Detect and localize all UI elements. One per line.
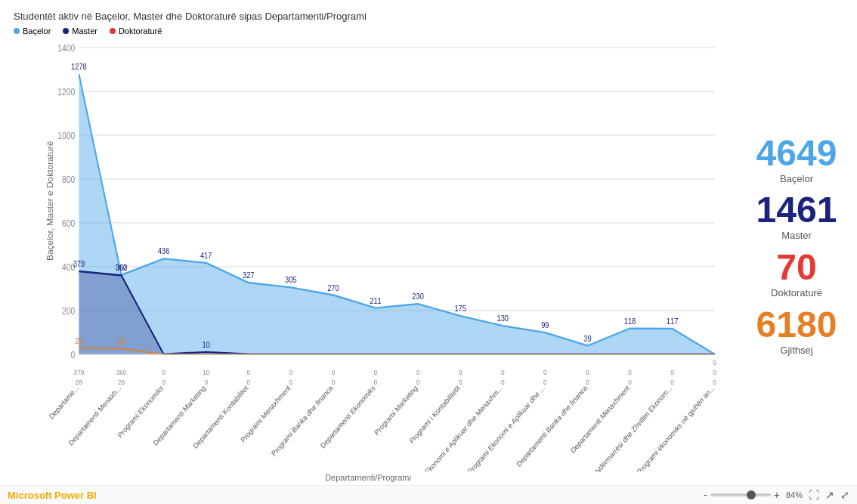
svg-text:99: 99 — [541, 321, 549, 330]
svg-text:0: 0 — [586, 379, 589, 387]
chart-area: Studentët aktiv në Baçelor, Master dhe D… — [0, 0, 857, 485]
svg-text:Ndërmarrësi dhe Zhvillim Ekono: Ndërmarrësi dhe Zhvillim Ekonom... — [593, 383, 673, 472]
legend-doktorature: Doktoraturë — [110, 26, 162, 36]
legend-bachelor: Baçelor — [14, 26, 51, 36]
svg-text:0: 0 — [543, 369, 547, 377]
svg-text:28: 28 — [76, 379, 82, 387]
svg-text:436: 436 — [158, 247, 170, 256]
svg-text:0: 0 — [628, 369, 632, 377]
chart-title: Studentët aktiv në Baçelor, Master dhe D… — [6, 6, 730, 25]
gjithsej-stat-label: Gjithsej — [756, 345, 837, 357]
svg-text:26: 26 — [118, 379, 125, 387]
stat-gjithsej: 6180 Gjithsej — [756, 307, 837, 357]
svg-text:0: 0 — [332, 379, 336, 387]
svg-text:Programi Ekonomiks: Programi Ekonomiks — [116, 383, 166, 440]
svg-text:1200: 1200 — [57, 87, 75, 97]
zoom-slider[interactable] — [710, 493, 771, 496]
doktorature-stat-label: Doktoraturë — [771, 287, 822, 299]
svg-text:211: 211 — [370, 296, 382, 305]
svg-text:800: 800 — [62, 175, 75, 184]
doktorature-label: Doktoraturë — [119, 26, 162, 36]
zoom-minus-btn[interactable]: - — [704, 489, 707, 501]
svg-text:175: 175 — [454, 304, 466, 313]
share-icon[interactable]: ↗ — [825, 489, 834, 501]
svg-text:200: 200 — [62, 306, 75, 316]
bachelor-dot — [14, 28, 20, 34]
stat-bachelor: 4649 Baçelor — [756, 135, 837, 185]
svg-text:0: 0 — [374, 379, 378, 387]
zoom-level: 84% — [786, 490, 803, 499]
svg-text:1400: 1400 — [57, 43, 75, 53]
svg-text:Ekonomi e Aplikuar dhe Menaxhm: Ekonomi e Aplikuar dhe Menaxhm... — [423, 383, 503, 472]
svg-text:0: 0 — [416, 369, 420, 377]
svg-text:10: 10 — [203, 340, 211, 349]
svg-text:1000: 1000 — [57, 131, 75, 141]
expand-icon[interactable]: ⤢ — [840, 489, 849, 501]
chart-section: Studentët aktiv në Baçelor, Master dhe D… — [0, 6, 736, 485]
svg-text:0: 0 — [374, 369, 378, 377]
svg-text:305: 305 — [285, 276, 297, 285]
powerbi-link[interactable]: Microsoft Power BI — [8, 490, 97, 501]
svg-text:Departame...: Departame... — [48, 383, 80, 421]
svg-text:Programi ekonomiks në gjuhën a: Programi ekonomiks në gjuhën an... — [636, 383, 716, 472]
svg-text:0: 0 — [459, 379, 463, 387]
legend: Baçelor Master Doktoraturë — [6, 25, 730, 39]
master-label: Master — [72, 26, 97, 36]
bachelor-stat-label: Baçelor — [756, 173, 837, 185]
svg-text:0: 0 — [289, 369, 293, 377]
stat-master: 1461 Master — [756, 192, 837, 242]
gjithsej-value: 6180 — [756, 307, 837, 343]
doktorature-value: 70 — [771, 249, 822, 286]
svg-text:0: 0 — [670, 369, 674, 377]
svg-text:130: 130 — [497, 314, 509, 323]
master-stat-label: Master — [756, 230, 837, 242]
fullscreen-icon[interactable]: ⛶ — [809, 489, 819, 501]
svg-text:360: 360 — [116, 369, 127, 377]
bachelor-value: 4649 — [756, 135, 837, 172]
svg-text:118: 118 — [624, 317, 636, 326]
svg-text:0: 0 — [713, 369, 716, 377]
svg-text:230: 230 — [412, 292, 424, 301]
zoom-controls: - + — [704, 489, 780, 501]
svg-text:39: 39 — [583, 334, 592, 343]
bottom-right-controls: - + 84% ⛶ ↗ ⤢ — [704, 489, 849, 501]
zoom-slider-thumb — [747, 490, 756, 499]
svg-text:0: 0 — [246, 369, 250, 377]
svg-text:379: 379 — [74, 369, 85, 377]
svg-text:0: 0 — [162, 369, 166, 377]
x-axis-title: Departamenti/Programi — [6, 472, 730, 485]
svg-text:0: 0 — [543, 379, 547, 387]
stats-section: 4649 Baçelor 1461 Master 70 Doktoraturë … — [736, 6, 857, 485]
svg-text:360: 360 — [116, 264, 128, 273]
svg-text:0: 0 — [670, 379, 674, 387]
svg-text:0: 0 — [416, 379, 420, 387]
svg-text:600: 600 — [62, 218, 75, 228]
svg-text:0: 0 — [459, 369, 463, 377]
svg-text:0: 0 — [71, 350, 76, 360]
stat-doktorature: 70 Doktoraturë — [771, 249, 822, 299]
svg-text:Programi Ekonomi e Aplikuar dh: Programi Ekonomi e Aplikuar dhe ... — [466, 383, 546, 472]
svg-text:0: 0 — [713, 379, 716, 387]
chart-wrapper: 0200400600800100012001400Baçelor, Master… — [6, 39, 730, 472]
svg-text:0: 0 — [628, 379, 632, 387]
master-dot — [63, 28, 69, 34]
svg-text:1278: 1278 — [71, 63, 87, 72]
svg-text:0: 0 — [713, 359, 716, 367]
area-line-chart: 0200400600800100012001400Baçelor, Master… — [44, 39, 722, 472]
svg-text:379: 379 — [73, 259, 85, 268]
svg-text:0: 0 — [332, 369, 336, 377]
svg-text:Baçelor, Master e Doktoraturë: Baçelor, Master e Doktoraturë — [46, 141, 54, 261]
zoom-plus-btn[interactable]: + — [774, 489, 780, 501]
svg-text:327: 327 — [243, 271, 255, 280]
svg-text:270: 270 — [327, 283, 339, 292]
svg-text:417: 417 — [200, 251, 212, 260]
svg-text:117: 117 — [667, 317, 679, 326]
svg-text:0: 0 — [501, 379, 505, 387]
svg-text:0: 0 — [289, 379, 293, 387]
bottom-bar: Microsoft Power BI - + 84% ⛶ ↗ ⤢ — [0, 485, 857, 504]
svg-text:26: 26 — [117, 337, 125, 346]
bachelor-label: Baçelor — [23, 26, 51, 36]
svg-text:Programi Marketing: Programi Marketing — [373, 383, 419, 437]
doktorature-dot — [110, 28, 116, 34]
svg-text:0: 0 — [204, 379, 208, 387]
